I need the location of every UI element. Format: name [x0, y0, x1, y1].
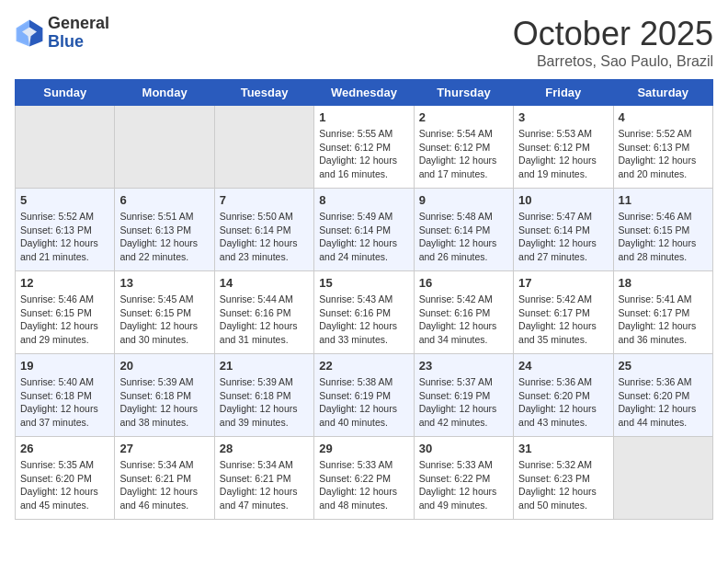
day-info: Sunrise: 5:55 AM Sunset: 6:12 PM Dayligh… [319, 127, 408, 181]
day-info: Sunrise: 5:34 AM Sunset: 6:21 PM Dayligh… [220, 458, 309, 512]
day-number: 17 [518, 276, 608, 290]
location: Barretos, Sao Paulo, Brazil [513, 53, 713, 70]
day-info: Sunrise: 5:54 AM Sunset: 6:12 PM Dayligh… [419, 127, 508, 181]
day-info: Sunrise: 5:39 AM Sunset: 6:18 PM Dayligh… [119, 375, 209, 430]
calendar-cell: 10Sunrise: 5:47 AM Sunset: 6:14 PM Dayli… [514, 189, 613, 271]
day-info: Sunrise: 5:44 AM Sunset: 6:16 PM Dayligh… [220, 293, 309, 347]
day-number: 12 [20, 276, 109, 290]
calendar-cell: 18Sunrise: 5:41 AM Sunset: 6:17 PM Dayli… [613, 271, 712, 354]
day-number: 20 [119, 359, 209, 373]
day-number: 25 [619, 359, 708, 373]
calendar-cell [613, 437, 712, 520]
calendar-cell: 12Sunrise: 5:46 AM Sunset: 6:15 PM Dayli… [16, 271, 115, 354]
day-info: Sunrise: 5:42 AM Sunset: 6:16 PM Dayligh… [419, 293, 508, 347]
day-info: Sunrise: 5:33 AM Sunset: 6:22 PM Dayligh… [419, 458, 508, 512]
day-number: 31 [518, 442, 608, 455]
day-info: Sunrise: 5:42 AM Sunset: 6:17 PM Dayligh… [518, 293, 608, 347]
calendar-week-row: 26Sunrise: 5:35 AM Sunset: 6:20 PM Dayli… [16, 437, 713, 520]
calendar-cell: 31Sunrise: 5:32 AM Sunset: 6:23 PM Dayli… [514, 437, 613, 520]
calendar-cell: 24Sunrise: 5:36 AM Sunset: 6:20 PM Dayli… [514, 354, 613, 437]
logo-blue-text: Blue [48, 32, 84, 51]
calendar-cell: 30Sunrise: 5:33 AM Sunset: 6:22 PM Dayli… [414, 437, 513, 520]
weekday-header: Wednesday [314, 80, 414, 106]
calendar-cell: 25Sunrise: 5:36 AM Sunset: 6:20 PM Dayli… [613, 354, 712, 437]
calendar-cell: 7Sunrise: 5:50 AM Sunset: 6:14 PM Daylig… [214, 189, 313, 271]
calendar-week-row: 12Sunrise: 5:46 AM Sunset: 6:15 PM Dayli… [16, 271, 713, 354]
day-info: Sunrise: 5:45 AM Sunset: 6:15 PM Dayligh… [119, 293, 209, 347]
day-number: 5 [20, 193, 109, 207]
calendar-cell: 16Sunrise: 5:42 AM Sunset: 6:16 PM Dayli… [414, 271, 513, 354]
day-number: 30 [419, 442, 508, 455]
day-info: Sunrise: 5:35 AM Sunset: 6:20 PM Dayligh… [20, 458, 109, 512]
calendar-cell: 15Sunrise: 5:43 AM Sunset: 6:16 PM Dayli… [314, 271, 414, 354]
day-info: Sunrise: 5:52 AM Sunset: 6:13 PM Dayligh… [20, 210, 109, 264]
day-number: 16 [419, 276, 508, 290]
day-number: 19 [20, 359, 109, 373]
weekday-header: Thursday [414, 80, 513, 106]
calendar-cell: 19Sunrise: 5:40 AM Sunset: 6:18 PM Dayli… [16, 354, 115, 437]
calendar-cell [16, 106, 115, 189]
calendar-week-row: 1Sunrise: 5:55 AM Sunset: 6:12 PM Daylig… [16, 106, 713, 189]
calendar-week-row: 19Sunrise: 5:40 AM Sunset: 6:18 PM Dayli… [16, 354, 713, 437]
day-number: 18 [619, 276, 708, 290]
day-info: Sunrise: 5:43 AM Sunset: 6:16 PM Dayligh… [319, 293, 408, 347]
day-number: 15 [319, 276, 408, 290]
calendar-cell: 5Sunrise: 5:52 AM Sunset: 6:13 PM Daylig… [16, 189, 115, 271]
logo: General Blue [15, 15, 109, 52]
day-info: Sunrise: 5:36 AM Sunset: 6:20 PM Dayligh… [619, 375, 708, 430]
day-number: 21 [220, 359, 309, 373]
day-info: Sunrise: 5:39 AM Sunset: 6:18 PM Dayligh… [220, 375, 309, 430]
day-number: 11 [619, 193, 708, 207]
day-info: Sunrise: 5:49 AM Sunset: 6:14 PM Dayligh… [319, 210, 408, 264]
month-title: October 2025 [513, 15, 713, 53]
day-number: 29 [319, 442, 408, 455]
calendar-cell: 1Sunrise: 5:55 AM Sunset: 6:12 PM Daylig… [314, 106, 414, 189]
day-number: 23 [419, 359, 508, 373]
calendar-cell: 11Sunrise: 5:46 AM Sunset: 6:15 PM Dayli… [613, 189, 712, 271]
day-info: Sunrise: 5:53 AM Sunset: 6:12 PM Dayligh… [518, 127, 608, 181]
day-number: 3 [518, 110, 608, 124]
weekday-header: Saturday [613, 80, 712, 106]
calendar-cell: 9Sunrise: 5:48 AM Sunset: 6:14 PM Daylig… [414, 189, 513, 271]
weekday-header: Monday [115, 80, 214, 106]
day-number: 28 [220, 442, 309, 455]
calendar-cell: 27Sunrise: 5:34 AM Sunset: 6:21 PM Dayli… [115, 437, 214, 520]
calendar-cell: 4Sunrise: 5:52 AM Sunset: 6:13 PM Daylig… [613, 106, 712, 189]
day-number: 1 [319, 110, 408, 124]
day-info: Sunrise: 5:50 AM Sunset: 6:14 PM Dayligh… [220, 210, 309, 264]
day-info: Sunrise: 5:37 AM Sunset: 6:19 PM Dayligh… [419, 375, 508, 430]
day-info: Sunrise: 5:33 AM Sunset: 6:22 PM Dayligh… [319, 458, 408, 512]
calendar-cell: 28Sunrise: 5:34 AM Sunset: 6:21 PM Dayli… [214, 437, 313, 520]
day-info: Sunrise: 5:47 AM Sunset: 6:14 PM Dayligh… [518, 210, 608, 264]
day-number: 7 [220, 193, 309, 207]
day-info: Sunrise: 5:40 AM Sunset: 6:18 PM Dayligh… [20, 375, 109, 430]
calendar-cell: 17Sunrise: 5:42 AM Sunset: 6:17 PM Dayli… [514, 271, 613, 354]
calendar-cell [214, 106, 313, 189]
calendar-cell: 2Sunrise: 5:54 AM Sunset: 6:12 PM Daylig… [414, 106, 513, 189]
days-header-row: SundayMondayTuesdayWednesdayThursdayFrid… [16, 80, 713, 106]
day-number: 22 [319, 359, 408, 373]
calendar-cell: 23Sunrise: 5:37 AM Sunset: 6:19 PM Dayli… [414, 354, 513, 437]
calendar-cell: 3Sunrise: 5:53 AM Sunset: 6:12 PM Daylig… [514, 106, 613, 189]
day-info: Sunrise: 5:52 AM Sunset: 6:13 PM Dayligh… [619, 127, 708, 181]
day-number: 4 [619, 110, 708, 124]
weekday-header: Sunday [16, 80, 115, 106]
calendar-cell: 29Sunrise: 5:33 AM Sunset: 6:22 PM Dayli… [314, 437, 414, 520]
day-number: 27 [119, 442, 209, 455]
day-number: 10 [518, 193, 608, 207]
calendar-cell: 14Sunrise: 5:44 AM Sunset: 6:16 PM Dayli… [214, 271, 313, 354]
day-number: 8 [319, 193, 408, 207]
weekday-header: Tuesday [214, 80, 313, 106]
day-info: Sunrise: 5:34 AM Sunset: 6:21 PM Dayligh… [119, 458, 209, 512]
calendar-cell: 20Sunrise: 5:39 AM Sunset: 6:18 PM Dayli… [115, 354, 214, 437]
day-info: Sunrise: 5:36 AM Sunset: 6:20 PM Dayligh… [518, 375, 608, 430]
calendar-body: 1Sunrise: 5:55 AM Sunset: 6:12 PM Daylig… [16, 106, 713, 520]
title-block: October 2025 Barretos, Sao Paulo, Brazil [513, 15, 713, 70]
day-info: Sunrise: 5:32 AM Sunset: 6:23 PM Dayligh… [518, 458, 608, 512]
calendar-cell [115, 106, 214, 189]
day-info: Sunrise: 5:48 AM Sunset: 6:14 PM Dayligh… [419, 210, 508, 264]
calendar-header: SundayMondayTuesdayWednesdayThursdayFrid… [16, 80, 713, 106]
logo-general-text: General [48, 14, 109, 32]
day-number: 13 [119, 276, 209, 290]
calendar-cell: 13Sunrise: 5:45 AM Sunset: 6:15 PM Dayli… [115, 271, 214, 354]
